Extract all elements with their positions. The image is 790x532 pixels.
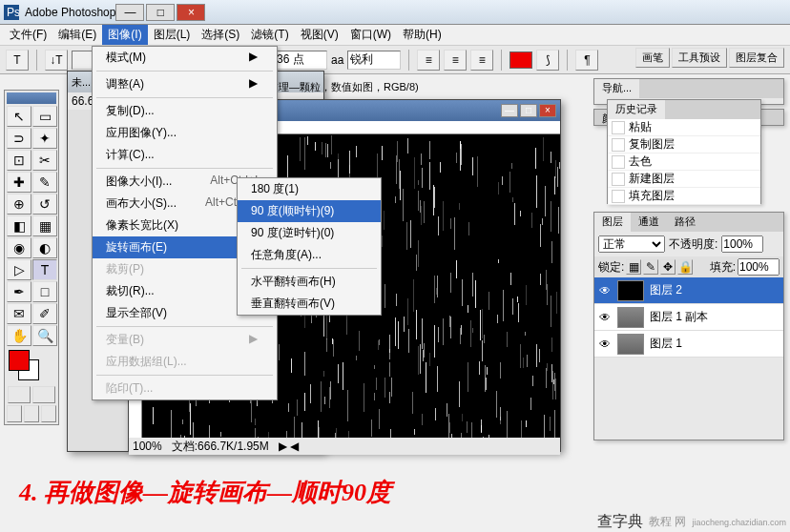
layer-item[interactable]: 👁 图层 1 — [594, 331, 783, 358]
toolbox-title[interactable] — [7, 92, 56, 104]
menu-calculations[interactable]: 计算(C)... — [93, 144, 277, 166]
align-center-icon[interactable]: ≡ — [444, 50, 467, 71]
history-item[interactable]: 去色 — [608, 153, 760, 171]
blend-row: 正常 不透明度: — [594, 232, 783, 256]
layer-thumb[interactable] — [617, 334, 644, 355]
layer-thumb[interactable] — [617, 280, 644, 301]
doc2-max[interactable]: □ — [520, 104, 537, 117]
menu-apply-image[interactable]: 应用图像(Y)... — [93, 122, 277, 144]
menu-mode[interactable]: 模式(M)▶ — [93, 47, 277, 69]
stamp-tool[interactable]: ⊕ — [7, 194, 31, 215]
minimize-button[interactable]: — — [115, 4, 144, 21]
menu-filter[interactable]: 滤镜(T) — [245, 25, 294, 45]
history-tab[interactable]: 历史记录 — [608, 100, 665, 119]
menu-image[interactable]: 图像(I) — [102, 25, 147, 45]
doc2-min[interactable]: — — [501, 104, 518, 117]
menu-view[interactable]: 视图(V) — [295, 25, 344, 45]
tool-presets-button[interactable]: 工具预设 — [672, 48, 727, 68]
blur-tool[interactable]: ◉ — [7, 237, 31, 258]
gradient-tool[interactable]: ▦ — [32, 215, 57, 236]
layer-thumb[interactable] — [617, 307, 644, 328]
standard-mode[interactable] — [8, 386, 31, 403]
screen-mode-1[interactable] — [7, 405, 22, 422]
doc2-scroll[interactable]: ▶ ◀ — [279, 440, 299, 453]
flip-vertical[interactable]: 垂直翻转画布(V) — [238, 293, 381, 315]
eye-icon[interactable]: 👁 — [598, 311, 612, 324]
menu-layer[interactable]: 图层(L) — [148, 25, 197, 45]
rotate-arbitrary[interactable]: 任意角度(A)... — [238, 244, 381, 266]
eyedropper-tool[interactable]: ✐ — [32, 303, 57, 324]
menu-duplicate[interactable]: 复制(D)... — [93, 100, 277, 122]
close-button[interactable]: × — [177, 4, 205, 21]
layer-comps-button[interactable]: 图层复合 — [729, 48, 784, 68]
rotate-90-ccw[interactable]: 90 度(逆时针)(0) — [238, 222, 381, 244]
paths-tab[interactable]: 路径 — [667, 213, 703, 232]
lock-all-icon[interactable]: 🔒 — [677, 259, 693, 275]
character-panel-icon[interactable]: ¶ — [575, 50, 598, 71]
history-item[interactable]: 新建图层 — [608, 171, 760, 188]
quick-mask-mode[interactable] — [32, 386, 55, 403]
blend-mode-select[interactable]: 正常 — [598, 235, 665, 253]
crop-tool[interactable]: ⊡ — [7, 150, 31, 171]
layer-item[interactable]: 👁 图层 1 副本 — [594, 304, 783, 331]
menu-help[interactable]: 帮助(H) — [397, 25, 447, 45]
pen-tool[interactable]: ✒ — [7, 281, 31, 302]
eye-icon[interactable]: 👁 — [598, 284, 612, 297]
zoom-tool[interactable]: 🔍 — [32, 325, 57, 346]
menu-adjustments[interactable]: 调整(A)▶ — [93, 73, 277, 95]
lock-position-icon[interactable]: ✥ — [660, 259, 676, 275]
eraser-tool[interactable]: ◧ — [7, 215, 31, 236]
wand-tool[interactable]: ✦ — [32, 128, 57, 149]
dodge-tool[interactable]: ◐ — [32, 237, 57, 258]
menu-select[interactable]: 选择(S) — [196, 25, 245, 45]
maximize-button[interactable]: □ — [146, 4, 175, 21]
screen-mode-3[interactable] — [41, 405, 56, 422]
slice-tool[interactable]: ✂ — [32, 150, 57, 171]
history-brush-tool[interactable]: ↺ — [32, 194, 57, 215]
brush-tool[interactable]: ✎ — [32, 172, 57, 193]
shape-tool[interactable]: □ — [32, 281, 57, 302]
font-size-input[interactable] — [274, 51, 327, 70]
layers-panel: 图层 通道 路径 正常 不透明度: 锁定: ▦ ✎ ✥ 🔒 填充: 👁 图层 2… — [593, 212, 784, 440]
channels-tab[interactable]: 通道 — [631, 213, 667, 232]
healing-tool[interactable]: ✚ — [7, 172, 31, 193]
fill-input[interactable] — [738, 258, 780, 276]
notes-tool[interactable]: ✉ — [7, 303, 31, 324]
text-tool-preset-icon[interactable]: T — [6, 50, 29, 71]
brushes-button[interactable]: 画笔 — [635, 48, 670, 68]
text-color-swatch[interactable] — [509, 51, 532, 69]
history-item[interactable]: 填充图层 — [608, 188, 760, 205]
rotate-90-cw[interactable]: 90 度(顺时针)(9) — [238, 200, 381, 222]
hand-tool[interactable]: ✋ — [7, 325, 31, 346]
history-item[interactable]: 复制图层 — [608, 136, 760, 153]
divider — [36, 50, 37, 71]
text-tool[interactable]: T — [32, 259, 57, 280]
layers-tab[interactable]: 图层 — [594, 213, 631, 232]
layer-item[interactable]: 👁 图层 2 — [594, 277, 783, 304]
path-tool[interactable]: ▷ — [7, 259, 31, 280]
eye-icon[interactable]: 👁 — [598, 338, 612, 351]
lock-image-icon[interactable]: ✎ — [643, 259, 658, 275]
antialias-select[interactable] — [347, 51, 401, 70]
lasso-tool[interactable]: ⊃ — [7, 128, 31, 149]
align-left-icon[interactable]: ≡ — [417, 50, 440, 71]
rotate-180[interactable]: 180 度(1) — [238, 178, 381, 200]
move-tool[interactable]: ↖ — [7, 106, 31, 127]
history-item[interactable]: 粘贴 — [608, 119, 760, 136]
fg-color[interactable] — [9, 350, 30, 371]
flip-horizontal[interactable]: 水平翻转画布(H) — [238, 271, 381, 293]
screen-mode-2[interactable] — [24, 405, 39, 422]
doc2-close[interactable]: × — [539, 104, 556, 117]
align-right-icon[interactable]: ≡ — [470, 50, 493, 71]
menu-file[interactable]: 文件(F) — [4, 25, 52, 45]
opacity-input[interactable] — [721, 235, 763, 253]
menu-window[interactable]: 窗口(W) — [344, 25, 397, 45]
nav-tab[interactable]: 导航... — [594, 79, 639, 98]
warp-text-icon[interactable]: ⟆ — [536, 50, 559, 71]
doc2-zoom[interactable]: 100% — [133, 440, 162, 453]
orientation-icon[interactable]: ↓T — [45, 50, 68, 71]
menu-edit[interactable]: 编辑(E) — [52, 25, 102, 45]
lock-transparency-icon[interactable]: ▦ — [626, 259, 641, 275]
doc2-filesize: 文档:666.7K/1.95M — [172, 439, 269, 455]
marquee-tool[interactable]: ▭ — [32, 106, 57, 127]
